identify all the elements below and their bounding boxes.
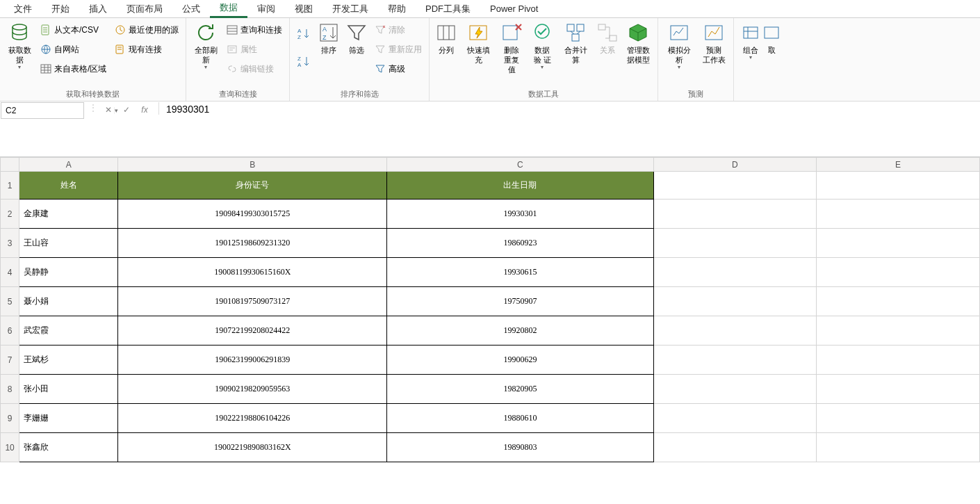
ungroup-button[interactable]: 取 xyxy=(765,20,778,86)
cell[interactable] xyxy=(817,346,980,375)
remove-duplicates-button[interactable]: 删除 重复值 xyxy=(496,20,527,86)
row-header[interactable]: 6 xyxy=(1,316,19,346)
cell[interactable] xyxy=(817,316,980,346)
data-cell[interactable]: 19750907 xyxy=(387,287,653,316)
insert-function-button[interactable]: fx xyxy=(138,103,152,117)
cell[interactable] xyxy=(817,172,980,200)
from-web-button[interactable]: 自网站 xyxy=(38,40,109,58)
confirm-edit-button[interactable]: ✓ xyxy=(120,103,133,117)
row-header[interactable]: 10 xyxy=(1,433,19,462)
data-cell[interactable]: 王斌杉 xyxy=(19,346,118,375)
refresh-all-button[interactable]: 全部刷新 ▾ xyxy=(189,20,222,86)
data-validation-button[interactable]: 数据验 证 ▾ xyxy=(527,20,557,86)
cell[interactable] xyxy=(817,287,980,316)
recent-sources-button[interactable]: 最近使用的源 xyxy=(112,21,181,39)
cell[interactable] xyxy=(653,404,817,433)
row-header[interactable]: 4 xyxy=(1,258,19,287)
data-cell[interactable]: 19008119930615160X xyxy=(118,258,387,287)
row-header[interactable]: 5 xyxy=(1,287,19,316)
row-header[interactable]: 7 xyxy=(1,346,19,375)
cell[interactable] xyxy=(653,287,817,316)
data-cell[interactable]: 19920802 xyxy=(387,316,653,346)
data-cell[interactable]: 19820905 xyxy=(387,375,653,404)
data-cell[interactable]: 190623199006291839 xyxy=(118,346,387,375)
clear-filter-button[interactable]: 清除 xyxy=(372,21,425,39)
cell[interactable] xyxy=(653,316,817,346)
reapply-button[interactable]: 重新应用 xyxy=(372,40,425,58)
tab-帮助[interactable]: 帮助 xyxy=(378,1,416,17)
cell[interactable] xyxy=(817,433,980,462)
column-header-E[interactable]: E xyxy=(817,158,980,172)
data-cell[interactable]: 190125198609231320 xyxy=(118,229,387,258)
data-cell[interactable]: 金康建 xyxy=(19,200,118,229)
tab-数据[interactable]: 数据 xyxy=(210,0,247,18)
spreadsheet-grid[interactable]: ABCDE1姓名身份证号出生日期2金康建19098419930301572519… xyxy=(0,157,980,462)
existing-connections-button[interactable]: 现有连接 xyxy=(112,40,181,58)
cell[interactable] xyxy=(817,229,980,258)
cell[interactable] xyxy=(653,375,817,404)
data-cell[interactable]: 19890803 xyxy=(387,433,653,462)
forecast-sheet-button[interactable]: 预测 工作表 xyxy=(697,20,730,86)
data-cell[interactable]: 李姗姗 xyxy=(19,404,118,433)
row-header[interactable]: 3 xyxy=(1,229,19,258)
edit-links-button[interactable]: 编辑链接 xyxy=(224,60,285,78)
data-cell[interactable]: 19880610 xyxy=(387,404,653,433)
tab-开始[interactable]: 开始 xyxy=(42,1,79,17)
manage-data-model-button[interactable]: 管理数 据模型 xyxy=(621,20,655,86)
sort-dialog-button[interactable]: AZ 排序 xyxy=(315,20,343,86)
data-cell[interactable]: 19860923 xyxy=(387,229,653,258)
table-header-cell[interactable]: 身份证号 xyxy=(118,172,387,200)
table-header-cell[interactable]: 出生日期 xyxy=(387,172,653,200)
data-cell[interactable]: 武宏霞 xyxy=(19,316,118,346)
row-header[interactable]: 9 xyxy=(1,404,19,433)
cell[interactable] xyxy=(653,200,817,229)
tab-页面布局[interactable]: 页面布局 xyxy=(117,1,172,17)
cell[interactable] xyxy=(817,375,980,404)
properties-button[interactable]: 属性 xyxy=(224,40,285,58)
from-text-csv-button[interactable]: 从文本/CSV xyxy=(38,21,109,39)
queries-connections-button[interactable]: 查询和连接 xyxy=(224,21,285,39)
data-cell[interactable]: 聂小娟 xyxy=(19,287,118,316)
sort-asc-button[interactable]: AZ xyxy=(294,21,313,47)
column-header-D[interactable]: D xyxy=(653,158,817,172)
tab-Power Pivot[interactable]: Power Pivot xyxy=(480,1,548,16)
row-header[interactable]: 8 xyxy=(1,375,19,404)
data-cell[interactable]: 19900629 xyxy=(387,346,653,375)
data-cell[interactable]: 19002219890803162X xyxy=(118,433,387,462)
tab-审阅[interactable]: 审阅 xyxy=(247,1,285,17)
column-header-A[interactable]: A xyxy=(19,158,118,172)
tab-PDF工具集[interactable]: PDF工具集 xyxy=(416,1,480,17)
relationships-button[interactable]: 关系 xyxy=(594,20,621,86)
filter-button[interactable]: 筛选 xyxy=(343,20,370,86)
text-to-columns-button[interactable]: 分列 xyxy=(432,20,460,86)
data-cell[interactable]: 190902198209059563 xyxy=(118,375,387,404)
from-table-range-button[interactable]: 来自表格/区域 xyxy=(38,60,109,78)
cell[interactable] xyxy=(653,172,817,200)
cell[interactable] xyxy=(817,258,980,287)
what-if-button[interactable]: 模拟分析 ▾ xyxy=(661,20,697,86)
data-cell[interactable]: 王山容 xyxy=(19,229,118,258)
formula-input[interactable] xyxy=(161,101,980,156)
table-header-cell[interactable]: 姓名 xyxy=(19,172,118,200)
advanced-filter-button[interactable]: 高级 xyxy=(372,60,425,78)
select-all-corner[interactable] xyxy=(1,158,19,172)
data-cell[interactable]: 吴静静 xyxy=(19,258,118,287)
data-cell[interactable]: 190722199208024422 xyxy=(118,316,387,346)
sort-desc-button[interactable]: ZA xyxy=(294,49,313,75)
cell[interactable] xyxy=(817,200,980,229)
tab-文件[interactable]: 文件 xyxy=(4,1,42,17)
tab-公式[interactable]: 公式 xyxy=(172,1,210,17)
data-cell[interactable]: 19930301 xyxy=(387,200,653,229)
cell[interactable] xyxy=(817,404,980,433)
consolidate-button[interactable]: 合并计算 xyxy=(557,20,594,86)
row-header[interactable]: 1 xyxy=(1,172,19,200)
data-cell[interactable]: 190222198806104226 xyxy=(118,404,387,433)
get-data-button[interactable]: 获取数 据 ▾ xyxy=(3,20,36,86)
tab-开发工具[interactable]: 开发工具 xyxy=(322,1,378,17)
cancel-edit-button[interactable]: ✕ xyxy=(101,103,115,117)
column-header-B[interactable]: B xyxy=(118,158,387,172)
flash-fill-button[interactable]: 快速填充 xyxy=(460,20,496,86)
cell[interactable] xyxy=(653,433,817,462)
data-cell[interactable]: 张鑫欣 xyxy=(19,433,118,462)
cell[interactable] xyxy=(653,229,817,258)
